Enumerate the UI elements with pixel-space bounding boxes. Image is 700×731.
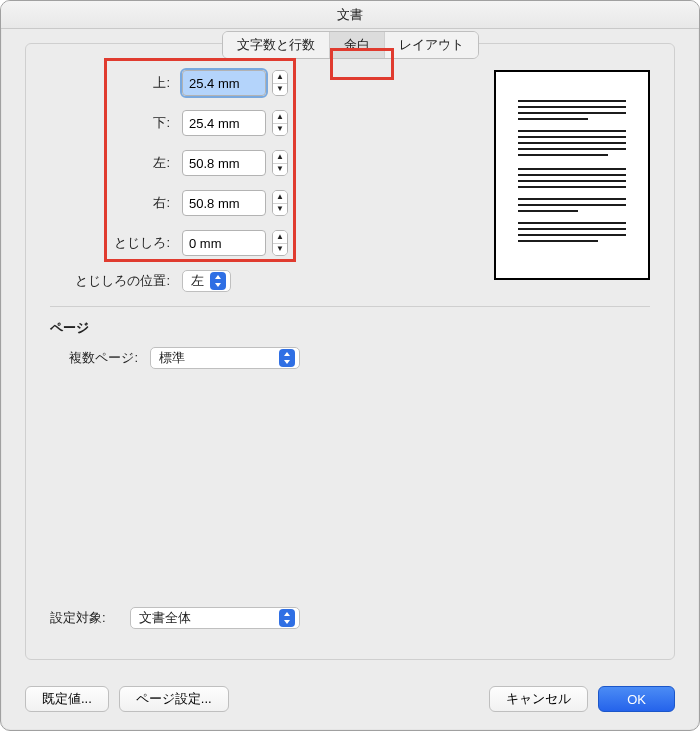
label-multipage: 複数ページ: — [50, 349, 150, 367]
input-left[interactable] — [182, 150, 266, 176]
chevron-down-icon[interactable]: ▼ — [273, 244, 287, 256]
tabstrip-wrap: 文字数と行数 余白 レイアウト — [26, 31, 674, 59]
select-gutter-pos[interactable]: 左 — [182, 270, 231, 292]
row-top: 上: ▲ ▼ — [50, 70, 320, 96]
updown-icon — [210, 272, 226, 290]
label-bottom: 下: — [50, 114, 182, 132]
tab-chars[interactable]: 文字数と行数 — [223, 32, 330, 58]
updown-icon — [279, 349, 295, 367]
row-applyto: 設定対象: 文書全体 — [50, 607, 300, 629]
input-right[interactable] — [182, 190, 266, 216]
chevron-up-icon[interactable]: ▲ — [273, 151, 287, 164]
spin-gutter: ▲ ▼ — [182, 230, 288, 256]
input-gutter[interactable] — [182, 230, 266, 256]
label-top: 上: — [50, 74, 182, 92]
section-page: ページ — [50, 319, 650, 337]
chevron-down-icon[interactable]: ▼ — [273, 164, 287, 176]
spin-left: ▲ ▼ — [182, 150, 288, 176]
chevron-up-icon[interactable]: ▲ — [273, 231, 287, 244]
input-top[interactable] — [182, 70, 266, 96]
stepper-bottom[interactable]: ▲ ▼ — [272, 110, 288, 136]
separator — [50, 306, 650, 307]
select-applyto-value: 文書全体 — [139, 609, 191, 627]
page-setup-button[interactable]: ページ設定... — [119, 686, 229, 712]
label-gutter: とじしろ: — [50, 234, 182, 252]
tab-margins[interactable]: 余白 — [330, 32, 385, 58]
updown-icon — [279, 609, 295, 627]
document-dialog: 文書 文字数と行数 余白 レイアウト 上: ▲ ▼ — [0, 0, 700, 731]
chevron-up-icon[interactable]: ▲ — [273, 71, 287, 84]
select-multipage-value: 標準 — [159, 349, 185, 367]
label-left: 左: — [50, 154, 182, 172]
stepper-right[interactable]: ▲ ▼ — [272, 190, 288, 216]
cancel-button[interactable]: キャンセル — [489, 686, 588, 712]
row-gutter: とじしろ: ▲ ▼ — [50, 230, 320, 256]
tab-layout[interactable]: レイアウト — [385, 32, 478, 58]
chevron-down-icon[interactable]: ▼ — [273, 84, 287, 96]
stepper-gutter[interactable]: ▲ ▼ — [272, 230, 288, 256]
label-gutter-pos: とじしろの位置: — [50, 272, 182, 290]
content-pane: 文字数と行数 余白 レイアウト 上: ▲ ▼ — [25, 43, 675, 660]
label-applyto: 設定対象: — [50, 609, 130, 627]
page-preview — [494, 70, 650, 280]
ok-button[interactable]: OK — [598, 686, 675, 712]
select-multipage[interactable]: 標準 — [150, 347, 300, 369]
row-right: 右: ▲ ▼ — [50, 190, 320, 216]
chevron-up-icon[interactable]: ▲ — [273, 111, 287, 124]
select-applyto[interactable]: 文書全体 — [130, 607, 300, 629]
window-title: 文書 — [1, 1, 699, 29]
chevron-up-icon[interactable]: ▲ — [273, 191, 287, 204]
chevron-down-icon[interactable]: ▼ — [273, 204, 287, 216]
chevron-down-icon[interactable]: ▼ — [273, 124, 287, 136]
margins-group: 上: ▲ ▼ 下: ▲ ▼ — [50, 70, 320, 256]
spin-bottom: ▲ ▼ — [182, 110, 288, 136]
row-bottom: 下: ▲ ▼ — [50, 110, 320, 136]
defaults-button[interactable]: 既定値... — [25, 686, 109, 712]
select-gutter-pos-value: 左 — [191, 272, 204, 290]
tabstrip: 文字数と行数 余白 レイアウト — [222, 31, 479, 59]
stepper-left[interactable]: ▲ ▼ — [272, 150, 288, 176]
input-bottom[interactable] — [182, 110, 266, 136]
spin-top: ▲ ▼ — [182, 70, 288, 96]
row-left: 左: ▲ ▼ — [50, 150, 320, 176]
stepper-top[interactable]: ▲ ▼ — [272, 70, 288, 96]
label-right: 右: — [50, 194, 182, 212]
footer: 既定値... ページ設定... キャンセル OK — [25, 686, 675, 712]
spin-right: ▲ ▼ — [182, 190, 288, 216]
row-multipage: 複数ページ: 標準 — [50, 347, 650, 369]
